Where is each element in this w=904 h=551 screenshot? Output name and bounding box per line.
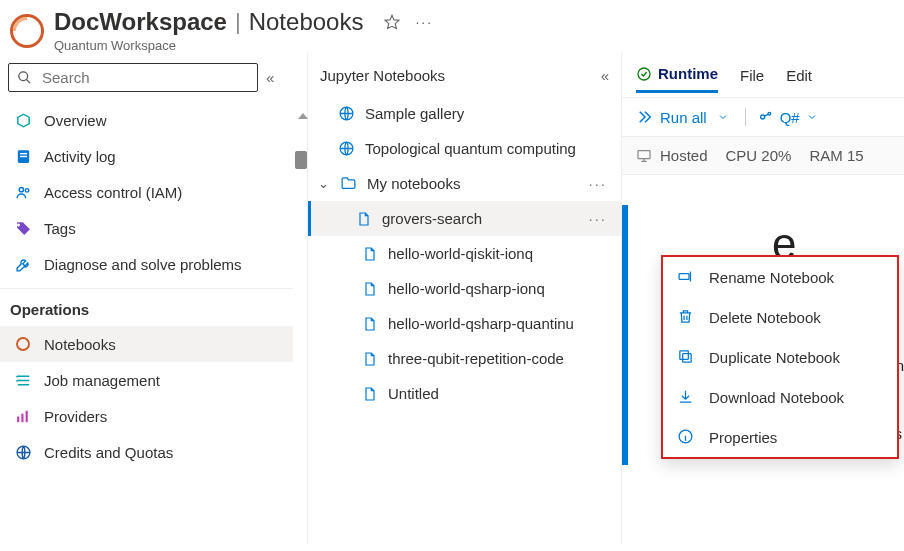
- svg-rect-18: [683, 354, 692, 363]
- tree-label: grovers-search: [382, 210, 482, 227]
- copy-icon: [677, 348, 695, 366]
- tag-icon: [14, 219, 32, 237]
- tab-edit[interactable]: Edit: [786, 67, 812, 92]
- tasks-icon: [14, 371, 32, 389]
- tree-my-notebooks[interactable]: ⌄ My notebooks ···: [308, 166, 621, 201]
- dropdown-chevron-icon[interactable]: [713, 111, 733, 123]
- svg-rect-16: [638, 150, 650, 158]
- notebook-context-menu: Rename Notebook Delete Notebook Duplicat…: [661, 255, 899, 459]
- status-host: Hosted: [660, 147, 708, 164]
- language-selector[interactable]: Q#: [758, 109, 818, 126]
- ctx-label: Rename Notebook: [709, 269, 834, 286]
- globe-icon: [338, 140, 355, 157]
- nav-credits-quotas[interactable]: Credits and Quotas: [0, 434, 293, 470]
- nav-job-management[interactable]: Job management: [0, 362, 293, 398]
- scrollbar-thumb[interactable]: [295, 151, 307, 169]
- nav-label: Overview: [44, 112, 107, 129]
- tree-label: three-qubit-repetition-code: [388, 350, 564, 367]
- tab-runtime[interactable]: Runtime: [636, 65, 718, 93]
- svg-point-0: [19, 72, 28, 81]
- download-icon: [677, 388, 695, 406]
- check-circle-icon: [636, 66, 652, 82]
- file-icon: [362, 351, 378, 367]
- svg-point-5: [25, 188, 29, 192]
- globe-icon: [338, 105, 355, 122]
- nav-label: Notebooks: [44, 336, 116, 353]
- svg-rect-3: [19, 155, 26, 156]
- tree-file[interactable]: hello-world-qsharp-ionq: [308, 271, 621, 306]
- star-icon[interactable]: [383, 13, 401, 31]
- file-icon: [356, 211, 372, 227]
- nav-activity-log[interactable]: Activity log: [0, 138, 293, 174]
- svg-rect-17: [679, 274, 689, 280]
- ctx-label: Properties: [709, 429, 777, 446]
- file-icon: [362, 246, 378, 262]
- nav-diagnose[interactable]: Diagnose and solve problems: [0, 246, 293, 282]
- run-all-button[interactable]: Run all: [636, 108, 707, 126]
- collapse-mid-icon[interactable]: «: [601, 67, 609, 84]
- chevron-down-icon: ⌄: [316, 176, 330, 191]
- svg-rect-9: [25, 410, 27, 421]
- language-label: Q#: [780, 109, 800, 126]
- tree-label: Untitled: [388, 385, 439, 402]
- nav-label: Diagnose and solve problems: [44, 256, 242, 273]
- logo-icon: [10, 14, 44, 48]
- cube-icon: [14, 111, 32, 129]
- nav-access-control[interactable]: Access control (IAM): [0, 174, 293, 210]
- nav-tags[interactable]: Tags: [0, 210, 293, 246]
- tree-file-grovers[interactable]: grovers-search ···: [308, 201, 621, 236]
- connect-icon: [758, 109, 774, 125]
- ctx-download[interactable]: Download Notebook: [663, 377, 897, 417]
- run-all-icon: [636, 108, 654, 126]
- tab-label: File: [740, 67, 764, 84]
- ctx-properties[interactable]: Properties: [663, 417, 897, 457]
- file-icon: [362, 316, 378, 332]
- nav-label: Providers: [44, 408, 107, 425]
- collapse-left-icon[interactable]: «: [266, 69, 274, 86]
- workspace-subtitle: Quantum Workspace: [54, 38, 433, 53]
- tree-label: hello-world-qsharp-ionq: [388, 280, 545, 297]
- tab-label: Edit: [786, 67, 812, 84]
- nav-section-operations: Operations: [0, 288, 293, 326]
- tab-file[interactable]: File: [740, 67, 764, 92]
- nav-providers[interactable]: Providers: [0, 398, 293, 434]
- tab-label: Runtime: [658, 65, 718, 82]
- server-icon: [636, 148, 652, 164]
- globe-icon: [14, 443, 32, 461]
- ctx-label: Delete Notebook: [709, 309, 821, 326]
- nav-overview[interactable]: Overview: [0, 102, 293, 138]
- search-input[interactable]: [8, 63, 258, 92]
- nav-notebooks[interactable]: Notebooks: [0, 326, 293, 362]
- ctx-duplicate[interactable]: Duplicate Notebook: [663, 337, 897, 377]
- chart-icon: [14, 407, 32, 425]
- tree-file[interactable]: hello-world-qiskit-ionq: [308, 236, 621, 271]
- more-icon[interactable]: ···: [415, 14, 433, 30]
- workspace-title: DocWorkspace: [54, 8, 227, 36]
- search-icon: [17, 70, 32, 85]
- svg-point-4: [19, 187, 23, 191]
- ctx-label: Download Notebook: [709, 389, 844, 406]
- tree-label: Sample gallery: [365, 105, 464, 122]
- ctx-rename[interactable]: Rename Notebook: [663, 257, 897, 297]
- tree-topological[interactable]: Topological quantum computing: [308, 131, 621, 166]
- more-icon[interactable]: ···: [588, 175, 613, 192]
- nav-label: Job management: [44, 372, 160, 389]
- nav-label: Credits and Quotas: [44, 444, 173, 461]
- nav-label: Access control (IAM): [44, 184, 182, 201]
- tree-file[interactable]: hello-world-qsharp-quantinu: [308, 306, 621, 341]
- svg-point-15: [768, 112, 771, 115]
- wrench-icon: [14, 255, 32, 273]
- tree-label: hello-world-qiskit-ionq: [388, 245, 533, 262]
- log-icon: [14, 147, 32, 165]
- title-divider: |: [235, 9, 241, 35]
- tree-sample-gallery[interactable]: Sample gallery: [308, 96, 621, 131]
- tree-file[interactable]: three-qubit-repetition-code: [308, 341, 621, 376]
- people-icon: [14, 183, 32, 201]
- rename-icon: [677, 268, 695, 286]
- ctx-label: Duplicate Notebook: [709, 349, 840, 366]
- ctx-delete[interactable]: Delete Notebook: [663, 297, 897, 337]
- more-icon[interactable]: ···: [588, 210, 613, 227]
- trash-icon: [677, 308, 695, 326]
- tree-file[interactable]: Untitled: [308, 376, 621, 411]
- mid-heading: Jupyter Notebooks: [320, 67, 445, 84]
